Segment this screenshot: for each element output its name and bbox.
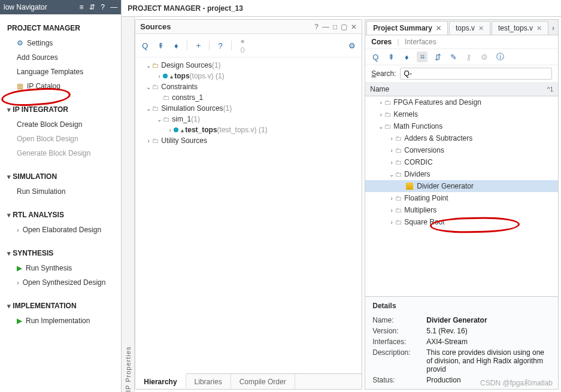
- sources-tab-compile-order[interactable]: Compile Order: [231, 374, 295, 389]
- twisty-icon[interactable]: ›: [388, 219, 395, 226]
- collapse-all-icon[interactable]: ≡: [80, 3, 84, 11]
- nav-item-run-simulation[interactable]: Run Simulation: [6, 184, 121, 199]
- nav-item-open-block-design[interactable]: Open Block Design: [6, 132, 121, 146]
- chevron-down-icon[interactable]: ▾: [7, 173, 11, 180]
- twisty-icon[interactable]: ⌄: [377, 123, 384, 130]
- settings2-icon[interactable]: ⚙: [479, 51, 490, 62]
- customize-icon[interactable]: ✎: [448, 51, 459, 62]
- twisty-icon[interactable]: ›: [377, 111, 384, 118]
- help-icon[interactable]: ?: [101, 3, 105, 11]
- twisty-icon[interactable]: ›: [388, 147, 395, 154]
- close-icon[interactable]: ✕: [351, 23, 357, 31]
- editor-tab-test_tops-v[interactable]: test_tops.v✕: [492, 21, 548, 35]
- source-tree-row[interactable]: ⌄🗀sim_1 (1): [138, 114, 359, 124]
- nav-section-title[interactable]: ▾ SYNTHESIS: [6, 242, 121, 261]
- ip-tree-row[interactable]: ›🗀Square Root: [365, 216, 558, 228]
- info-icon[interactable]: ⓘ: [495, 51, 505, 62]
- search-icon[interactable]: Q: [370, 51, 381, 62]
- source-tree-row[interactable]: 🗀constrs_1: [138, 92, 359, 103]
- tab-overflow-icon[interactable]: ›: [548, 22, 558, 35]
- source-tree-row[interactable]: ⌄🗀Design Sources (1): [138, 60, 359, 71]
- nav-section-title[interactable]: ▾ IP INTEGRATOR: [6, 98, 121, 117]
- ip-tree-row[interactable]: ⌄🗀Dividers: [365, 168, 558, 180]
- maximize-icon[interactable]: ▢: [341, 23, 347, 31]
- ip-tree-row[interactable]: ›🗀Multipliers: [365, 204, 558, 216]
- twisty-icon[interactable]: ›: [145, 138, 152, 144]
- collapse-all-icon[interactable]: ⇞: [386, 51, 396, 62]
- help-box-icon[interactable]: ?: [216, 41, 225, 50]
- source-tree-row[interactable]: ›🗀Utility Sources: [138, 135, 359, 146]
- minimize-icon[interactable]: —: [110, 3, 117, 11]
- hierarchy-icon[interactable]: ⇵: [432, 51, 443, 62]
- nav-item-run-implementation[interactable]: ▶Run Implementation: [6, 314, 121, 328]
- twisty-icon[interactable]: ›: [388, 195, 395, 202]
- nav-section-title[interactable]: ▾ SIMULATION: [6, 165, 121, 184]
- chevron-down-icon[interactable]: ▾: [7, 211, 11, 218]
- group-icon[interactable]: ⌗: [417, 51, 427, 62]
- twisty-icon[interactable]: ›: [388, 159, 395, 166]
- search-input[interactable]: [400, 68, 552, 80]
- settings-icon[interactable]: ⚙: [347, 41, 357, 50]
- ip-tree-row[interactable]: ›🗀Floating Point: [365, 192, 558, 204]
- nav-item-settings[interactable]: ⚙Settings: [6, 36, 121, 50]
- twisty-icon[interactable]: ›: [388, 207, 395, 214]
- nav-item-generate-block-design[interactable]: Generate Block Design: [6, 146, 121, 160]
- chevron-down-icon[interactable]: ▾: [7, 250, 11, 257]
- add-icon[interactable]: ＋: [193, 40, 203, 51]
- help-icon[interactable]: ?: [314, 23, 319, 31]
- nav-item-add-sources[interactable]: Add Sources: [6, 50, 121, 65]
- source-tree-row[interactable]: ›▴tops (tops.v) (1): [138, 71, 359, 81]
- twisty-icon[interactable]: ⌄: [145, 105, 152, 112]
- sources-tree[interactable]: ⌄🗀Design Sources (1)›▴tops (tops.v) (1)⌄…: [135, 57, 362, 373]
- ip-tree-row[interactable]: ›🗀Adders & Subtracters: [365, 132, 558, 144]
- status-dot-icon[interactable]: ● 0: [238, 37, 247, 54]
- twisty-icon[interactable]: ›: [377, 99, 384, 106]
- key-icon[interactable]: ⚷: [463, 51, 474, 62]
- ip-tree[interactable]: ›🗀FPGA Features and Design›🗀Kernels⌄🗀Mat…: [365, 96, 558, 296]
- close-icon[interactable]: ✕: [536, 25, 542, 32]
- nav-item-run-synthesis[interactable]: ▶Run Synthesis: [6, 261, 121, 275]
- ip-tree-header[interactable]: Name ^1: [365, 83, 558, 96]
- close-icon[interactable]: ✕: [436, 25, 441, 32]
- subnav-cores[interactable]: Cores: [371, 38, 392, 46]
- twisty-icon[interactable]: ⌄: [156, 116, 163, 123]
- sources-tab-libraries[interactable]: Libraries: [186, 374, 231, 389]
- nav-section-title[interactable]: PROJECT MANAGER: [6, 17, 121, 36]
- subnav-interfaces[interactable]: Interfaces: [405, 38, 436, 46]
- nav-item-open-synthesized-design[interactable]: ›Open Synthesized Design: [6, 275, 121, 290]
- chevron-down-icon[interactable]: ▾: [7, 106, 11, 113]
- ip-tree-row[interactable]: ›🗀Conversions: [365, 144, 558, 156]
- nav-section-title[interactable]: ▾ IMPLEMENTATION: [6, 294, 121, 314]
- close-icon[interactable]: ✕: [478, 25, 484, 32]
- nav-item-create-block-design[interactable]: Create Block Design: [6, 117, 121, 132]
- ip-tree-row[interactable]: ›🗀CORDIC: [365, 156, 558, 168]
- nav-item-open-elaborated-design[interactable]: ›Open Elaborated Design: [6, 223, 121, 237]
- sources-tab-hierarchy[interactable]: Hierarchy: [135, 373, 186, 388]
- minimize-icon[interactable]: —: [322, 23, 329, 31]
- expand-toggle-icon[interactable]: ♦: [171, 41, 181, 50]
- nav-item-ip-catalog[interactable]: ▦IP Catalog: [6, 79, 121, 93]
- chevron-down-icon[interactable]: ▾: [7, 302, 11, 309]
- twisty-icon[interactable]: ⌄: [145, 84, 152, 90]
- ip-properties-tab[interactable]: IP Properties: [122, 17, 135, 392]
- source-tree-row[interactable]: ›▴test_tops (test_tops.v) (1): [138, 124, 359, 135]
- ip-tree-row[interactable]: ›🗀FPGA Features and Design: [365, 96, 558, 108]
- ip-tree-row[interactable]: ›🗀Kernels: [365, 108, 558, 120]
- search-icon[interactable]: Q: [140, 41, 150, 50]
- nav-section-title[interactable]: ▾ RTL ANALYSIS: [6, 203, 121, 223]
- twisty-icon[interactable]: ›: [166, 127, 174, 133]
- source-tree-row[interactable]: ⌄🗀Simulation Sources (1): [138, 103, 359, 114]
- source-tree-row[interactable]: ⌄🗀Constraints: [138, 81, 359, 92]
- twisty-icon[interactable]: ›: [156, 73, 163, 80]
- collapse-all-icon[interactable]: ⇞: [156, 41, 165, 50]
- editor-tab-project-summary[interactable]: Project Summary✕: [366, 21, 448, 35]
- editor-tab-tops-v[interactable]: tops.v✕: [449, 21, 490, 35]
- twisty-icon[interactable]: ›: [388, 135, 395, 142]
- ip-tree-row[interactable]: Divider Generator: [365, 180, 558, 192]
- expand-toggle-icon[interactable]: ♦: [401, 51, 412, 62]
- ip-tree-row[interactable]: ⌄🗀Math Functions: [365, 120, 558, 132]
- nav-item-language-templates[interactable]: Language Templates: [6, 65, 121, 79]
- restore-icon[interactable]: □: [333, 23, 337, 31]
- twisty-icon[interactable]: ⌄: [145, 62, 152, 69]
- twisty-icon[interactable]: ⌄: [388, 171, 395, 178]
